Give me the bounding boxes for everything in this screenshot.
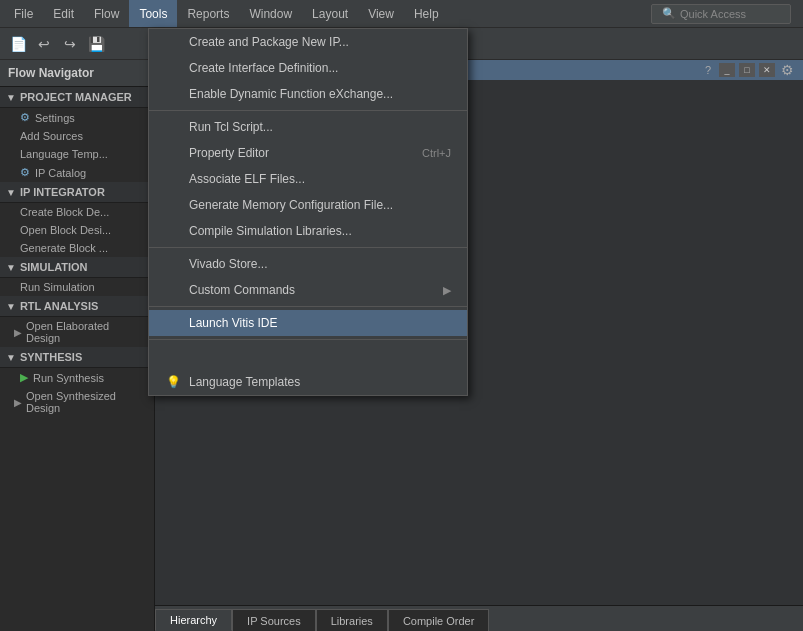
property-editor-label: Property Editor: [189, 146, 269, 160]
nav-language-templates-label: Language Temp...: [20, 148, 108, 160]
menu-window[interactable]: Window: [239, 0, 302, 27]
vivado-store-icon: [165, 256, 181, 272]
section-ip-integrator-arrow: ▼: [6, 187, 16, 198]
custom-commands-submenu-arrow: ▶: [443, 284, 451, 297]
custom-commands-label: Custom Commands: [189, 283, 295, 297]
create-interface-icon: [165, 60, 181, 76]
tab-compile-order[interactable]: Compile Order: [388, 609, 490, 631]
create-package-ip-label: Create and Package New IP...: [189, 35, 349, 49]
menu-vivado-store[interactable]: Vivado Store...: [149, 251, 467, 277]
separator-3: [149, 306, 467, 307]
ip-catalog-icon: ⚙: [20, 166, 30, 179]
menu-lang-templates[interactable]: [149, 343, 467, 369]
create-package-ip-icon: [165, 34, 181, 50]
nav-open-synthesized[interactable]: ▶ Open Synthesized Design: [0, 387, 154, 417]
menu-file[interactable]: File: [4, 0, 43, 27]
bottom-tabs: Hierarchy IP Sources Libraries Compile O…: [155, 605, 803, 631]
menu-compile-sim[interactable]: Compile Simulation Libraries...: [149, 218, 467, 244]
quick-access-label: Quick Access: [680, 8, 746, 20]
nav-open-elaborated[interactable]: ▶ Open Elaborated Design: [0, 317, 154, 347]
play-icon: ▶: [20, 371, 28, 384]
section-rtl-analysis-label: RTL ANALYSIS: [20, 300, 98, 312]
launch-vitis-icon: [165, 315, 181, 331]
new-file-button[interactable]: 📄: [6, 32, 30, 56]
launch-vitis-label: Launch Vitis IDE: [189, 316, 278, 330]
section-project-manager-arrow: ▼: [6, 92, 16, 103]
associate-elf-icon: [165, 171, 181, 187]
nav-run-simulation[interactable]: Run Simulation: [0, 278, 154, 296]
flow-navigator-header: Flow Navigator: [0, 60, 154, 87]
nav-create-block-design[interactable]: Create Block De...: [0, 203, 154, 221]
settings-menu-icon: 💡: [165, 374, 181, 390]
menu-create-interface[interactable]: Create Interface Definition...: [149, 55, 467, 81]
nav-add-sources-label: Add Sources: [20, 130, 83, 142]
section-synthesis-label: SYNTHESIS: [20, 351, 82, 363]
custom-commands-icon: [165, 282, 181, 298]
nav-open-block-design-label: Open Block Desi...: [20, 224, 111, 236]
menu-layout[interactable]: Layout: [302, 0, 358, 27]
menu-settings[interactable]: 💡 Language Templates: [149, 369, 467, 395]
section-rtl-analysis[interactable]: ▼ RTL ANALYSIS: [0, 296, 154, 317]
menu-tools[interactable]: Tools: [129, 0, 177, 27]
elaborated-chevron-icon: ▶: [14, 327, 22, 338]
associate-elf-label: Associate ELF Files...: [189, 172, 305, 186]
nav-generate-block[interactable]: Generate Block ...: [0, 239, 154, 257]
create-interface-label: Create Interface Definition...: [189, 61, 338, 75]
menu-run-tcl[interactable]: Run Tcl Script...: [149, 114, 467, 140]
quick-access-bar[interactable]: 🔍 Quick Access: [651, 4, 791, 24]
menubar: File Edit Flow Tools Reports Window Layo…: [0, 0, 803, 28]
menu-enable-dfx[interactable]: Enable Dynamic Function eXchange...: [149, 81, 467, 107]
close-button[interactable]: ✕: [759, 63, 775, 77]
menu-help[interactable]: Help: [404, 0, 449, 27]
menu-launch-vitis[interactable]: Launch Vitis IDE: [149, 310, 467, 336]
tab-ip-sources[interactable]: IP Sources: [232, 609, 316, 631]
menu-flow[interactable]: Flow: [84, 0, 129, 27]
nav-language-templates[interactable]: Language Temp...: [0, 145, 154, 163]
save-button[interactable]: 💾: [84, 32, 108, 56]
enable-dfx-label: Enable Dynamic Function eXchange...: [189, 87, 393, 101]
undo-button[interactable]: ↩: [32, 32, 56, 56]
window-settings-button[interactable]: ⚙: [779, 63, 795, 77]
nav-open-synthesized-label: Open Synthesized Design: [26, 390, 146, 414]
menu-edit[interactable]: Edit: [43, 0, 84, 27]
tools-dropdown-menu: Create and Package New IP... Create Inte…: [148, 28, 468, 396]
nav-run-synthesis[interactable]: ▶ Run Synthesis: [0, 368, 154, 387]
question-icon: ?: [705, 64, 711, 76]
menu-gen-memory[interactable]: Generate Memory Configuration File...: [149, 192, 467, 218]
nav-open-elaborated-label: Open Elaborated Design: [26, 320, 146, 344]
menu-reports[interactable]: Reports: [177, 0, 239, 27]
separator-4: [149, 339, 467, 340]
tab-hierarchy[interactable]: Hierarchy: [155, 609, 232, 631]
nav-ip-catalog[interactable]: ⚙ IP Catalog: [0, 163, 154, 182]
section-synthesis[interactable]: ▼ SYNTHESIS: [0, 347, 154, 368]
section-ip-integrator-label: IP INTEGRATOR: [20, 186, 105, 198]
property-editor-icon: [165, 145, 181, 161]
flow-navigator-panel: Flow Navigator ▼ PROJECT MANAGER ⚙ Setti…: [0, 60, 155, 631]
redo-button[interactable]: ↪: [58, 32, 82, 56]
menu-property-editor[interactable]: Property Editor Ctrl+J: [149, 140, 467, 166]
section-rtl-analysis-arrow: ▼: [6, 301, 16, 312]
nav-open-block-design[interactable]: Open Block Desi...: [0, 221, 154, 239]
section-simulation[interactable]: ▼ SIMULATION: [0, 257, 154, 278]
section-project-manager[interactable]: ▼ PROJECT MANAGER: [0, 87, 154, 108]
enable-dfx-icon: [165, 86, 181, 102]
settings-label: Language Templates: [189, 375, 300, 389]
separator-2: [149, 247, 467, 248]
nav-settings-label: Settings: [35, 112, 75, 124]
section-ip-integrator[interactable]: ▼ IP INTEGRATOR: [0, 182, 154, 203]
nav-settings[interactable]: ⚙ Settings: [0, 108, 154, 127]
tab-libraries[interactable]: Libraries: [316, 609, 388, 631]
minimize-button[interactable]: _: [719, 63, 735, 77]
nav-add-sources[interactable]: Add Sources: [0, 127, 154, 145]
section-project-manager-label: PROJECT MANAGER: [20, 91, 132, 103]
gen-memory-icon: [165, 197, 181, 213]
section-synthesis-arrow: ▼: [6, 352, 16, 363]
menu-custom-commands[interactable]: Custom Commands ▶: [149, 277, 467, 303]
lang-templates-icon: [165, 348, 181, 364]
menu-associate-elf[interactable]: Associate ELF Files...: [149, 166, 467, 192]
menu-create-package-ip[interactable]: Create and Package New IP...: [149, 29, 467, 55]
nav-ip-catalog-label: IP Catalog: [35, 167, 86, 179]
menu-view[interactable]: View: [358, 0, 404, 27]
maximize-button[interactable]: □: [739, 63, 755, 77]
separator-1: [149, 110, 467, 111]
